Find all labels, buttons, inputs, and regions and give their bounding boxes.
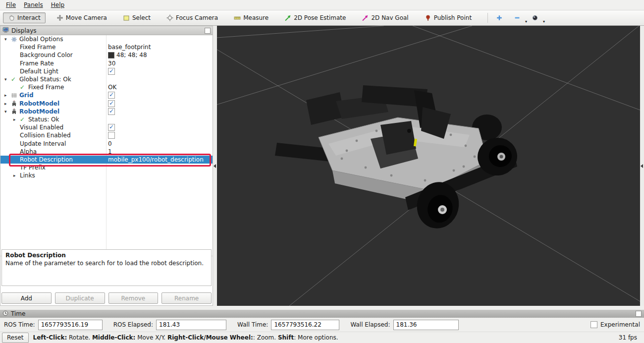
property-value[interactable]: base_footprint [108, 44, 212, 51]
property-value[interactable] [108, 132, 212, 139]
property-value[interactable]: 0 [108, 140, 212, 147]
experimental-option: Experimental [590, 321, 640, 328]
right-splitter[interactable] [640, 26, 644, 306]
tool-label: Measure [243, 14, 268, 21]
sphere-tool-button[interactable]: ▾ [529, 13, 541, 22]
tool-focus-camera[interactable]: Focus Camera [161, 12, 223, 23]
time-panel-header[interactable]: Time [0, 310, 644, 318]
tree-row-robot-description[interactable]: Robot Descriptionmobile_px100/robot_desc… [0, 156, 213, 164]
property-value[interactable]: 48; 48; 48 [108, 52, 212, 58]
property-value[interactable]: mobile_px100/robot_description [108, 156, 212, 163]
tool-label: Interact [17, 14, 41, 21]
property-value[interactable] [108, 108, 212, 115]
tool-select[interactable]: Select [118, 12, 156, 23]
tool-move-camera[interactable]: Move Camera [52, 12, 112, 23]
expander-right-icon[interactable]: ▸ [4, 93, 11, 98]
reset-button[interactable]: Reset [2, 333, 29, 343]
main-area: Displays ▾Global OptionsFixed Framebase_… [0, 26, 644, 306]
displays-panel-header[interactable]: Displays [0, 26, 213, 35]
checkbox-checked[interactable] [108, 68, 115, 75]
expander-down-icon[interactable]: ▾ [4, 77, 11, 82]
tree-row-robotmodel[interactable]: ▾RobotModel [0, 108, 213, 115]
checkbox-checked[interactable] [108, 108, 115, 115]
property-value[interactable]: 1 [108, 148, 212, 155]
menu-help[interactable]: Help [47, 0, 68, 9]
expander-right-icon[interactable]: ▸ [13, 117, 20, 122]
menu-file[interactable]: File [2, 0, 20, 9]
hand-icon [8, 14, 15, 21]
checkbox-checked[interactable] [108, 100, 115, 107]
property-label: Global Options [19, 36, 63, 43]
tree-row-robotmodel[interactable]: ▸RobotModel [0, 100, 213, 108]
expander-right-icon[interactable]: ▸ [13, 173, 20, 178]
displays-panel: Displays ▾Global OptionsFixed Framebase_… [0, 26, 213, 306]
toolbar: InteractMove CameraSelectFocus CameraMea… [0, 10, 644, 26]
tree-row-alpha[interactable]: Alpha1 [0, 148, 213, 156]
property-value[interactable]: 30 [108, 60, 212, 67]
tree-row-fixed-frame[interactable]: Fixed Framebase_footprint [0, 43, 213, 51]
experimental-label: Experimental [600, 321, 640, 328]
tool-label: Move Camera [66, 14, 107, 21]
tool-interact[interactable]: Interact [3, 12, 46, 23]
property-value[interactable] [108, 92, 212, 99]
add-button[interactable]: Add [1, 292, 52, 304]
tool-measure[interactable]: Measure [229, 12, 273, 23]
tree-row-links[interactable]: ▸Links [0, 172, 213, 179]
time-float-button[interactable] [636, 311, 642, 317]
property-value[interactable] [108, 124, 212, 131]
expander-down-icon[interactable]: ▾ [4, 109, 11, 114]
menu-panels[interactable]: Panels [20, 0, 47, 9]
help-action: Move X/Y. [135, 334, 167, 341]
tree-row-visual-enabled[interactable]: Visual Enabled [0, 123, 213, 131]
tree-row-global-options[interactable]: ▾Global Options [0, 35, 213, 43]
tree-row-collision-enabled[interactable]: Collision Enabled [0, 131, 213, 139]
tree-row-status-ok[interactable]: ▸✓Status: Ok [0, 115, 213, 123]
dropdown-caret-icon[interactable]: ▾ [525, 19, 527, 24]
experimental-checkbox[interactable] [590, 321, 597, 328]
grid-icon [11, 92, 19, 99]
property-value[interactable]: OK [108, 84, 212, 91]
remove-button[interactable]: Remove [108, 292, 159, 304]
gear-icon [11, 36, 17, 43]
left-splitter[interactable] [213, 26, 217, 306]
displays-tree: ▾Global OptionsFixed Framebase_footprint… [0, 35, 213, 256]
tree-row-default-light[interactable]: Default Light [0, 67, 213, 75]
ros-time-input[interactable] [38, 320, 103, 330]
expander-right-icon[interactable]: ▸ [4, 101, 11, 106]
tree-row-frame-rate[interactable]: Frame Rate30 [0, 59, 213, 67]
property-label: Grid [19, 92, 33, 99]
displays-panel-title: Displays [11, 27, 36, 34]
checkbox-unchecked[interactable] [108, 132, 115, 139]
property-value[interactable] [108, 68, 212, 75]
tree-row-update-interval[interactable]: Update Interval0 [0, 139, 213, 147]
wall-time-input[interactable] [271, 320, 339, 330]
tool-2d-pose-estimate[interactable]: 2D Pose Estimate [279, 12, 351, 23]
plus-tool-button[interactable] [493, 13, 506, 22]
tree-row-tf-prefix[interactable]: TF Prefix [0, 164, 213, 172]
tree-row-fixed-frame[interactable]: ✓Fixed FrameOK [0, 83, 213, 91]
property-label: Global Status: Ok [19, 76, 71, 83]
tool-label: Focus Camera [176, 14, 218, 21]
tree-row-grid[interactable]: ▸Grid [0, 91, 213, 99]
expander-down-icon[interactable]: ▾ [4, 37, 11, 42]
minus-tool-button[interactable]: ▾ [511, 13, 524, 22]
ros-elapsed-input[interactable] [156, 320, 226, 330]
collapse-left-icon[interactable] [214, 164, 216, 168]
mouse-help-text: Left-Click: Rotate. Middle-Click: Move X… [33, 334, 614, 341]
collapse-right-icon[interactable] [641, 164, 643, 168]
rename-button[interactable]: Rename [161, 292, 212, 304]
checkbox-checked[interactable] [108, 92, 115, 99]
checkbox-checked[interactable] [108, 124, 115, 131]
tool-publish-point[interactable]: Publish Point [420, 12, 477, 23]
property-label: Links [20, 172, 35, 179]
duplicate-button[interactable]: Duplicate [55, 292, 105, 304]
displays-float-button[interactable] [205, 28, 211, 34]
wall-elapsed-input[interactable] [393, 320, 459, 330]
tree-row-background-color[interactable]: Background Color48; 48; 48 [0, 51, 213, 59]
help-action: Rotate. [67, 334, 92, 341]
tool-2d-nav-goal[interactable]: 2D Nav Goal [357, 12, 413, 23]
tree-row-global-status-ok[interactable]: ▾✓Global Status: Ok [0, 75, 213, 83]
property-value[interactable] [108, 100, 212, 107]
3d-viewport[interactable] [217, 26, 640, 306]
dropdown-caret-icon[interactable]: ▾ [543, 19, 545, 24]
